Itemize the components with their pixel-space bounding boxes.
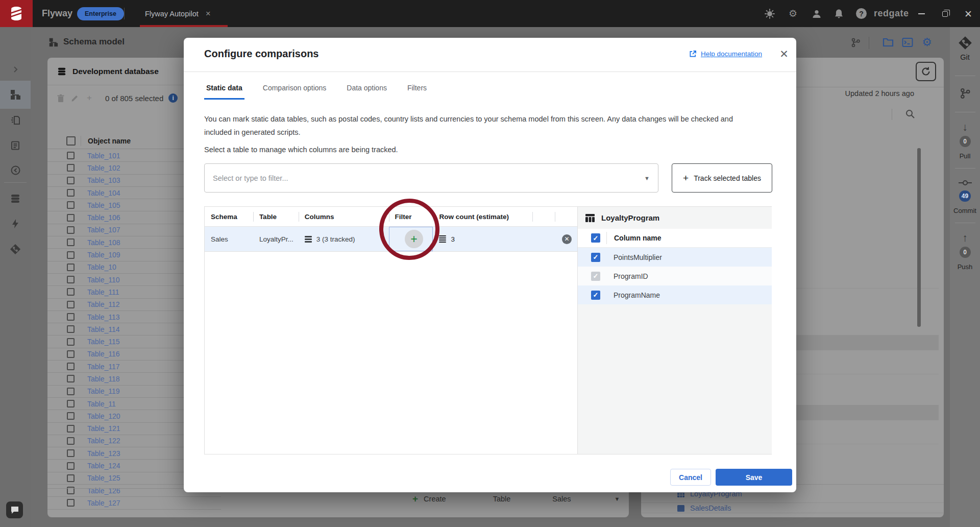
row-checkbox[interactable]: [67, 288, 75, 296]
row-checkbox[interactable]: [67, 238, 75, 246]
tab-comparison-options[interactable]: Comparison options: [261, 80, 329, 100]
row-checkbox[interactable]: [67, 152, 75, 159]
track-selected-tables-button[interactable]: + Track selected tables: [672, 163, 772, 193]
row-checkbox[interactable]: [67, 437, 75, 445]
object-link[interactable]: Table_10: [87, 263, 116, 271]
tab-data-options[interactable]: Data options: [345, 80, 389, 100]
object-link[interactable]: Table_119: [87, 387, 120, 395]
column-row[interactable]: ✓ ProgramID: [578, 267, 772, 285]
sidebar-expand-chevron-icon[interactable]: [0, 57, 31, 82]
object-link[interactable]: Table_101: [87, 152, 120, 160]
row-checkbox[interactable]: [67, 449, 75, 457]
sidebar-item-schema-model[interactable]: [0, 82, 31, 107]
chevron-down-icon[interactable]: ▼: [615, 496, 620, 502]
create-schema-value[interactable]: Sales: [552, 495, 571, 503]
window-restore-icon[interactable]: [939, 8, 950, 19]
object-link[interactable]: Table_106: [87, 213, 120, 222]
pull-arrow-icon[interactable]: ↓: [962, 122, 968, 132]
object-link[interactable]: Table_11: [87, 400, 116, 408]
create-plus-icon[interactable]: +: [412, 493, 418, 505]
object-link[interactable]: Table_111: [87, 288, 119, 296]
row-checkbox[interactable]: [67, 264, 75, 271]
row-checkbox[interactable]: [67, 363, 75, 370]
table-link[interactable]: SalesDetails: [690, 504, 731, 512]
tab-static-data[interactable]: Static data: [204, 80, 244, 100]
object-link[interactable]: Table_124: [87, 462, 120, 470]
sidebar-item-git[interactable]: [0, 236, 31, 262]
account-icon[interactable]: [811, 8, 822, 19]
tab-flyway-autopilot[interactable]: Flyway Autopilot ×: [137, 0, 219, 27]
save-button[interactable]: Save: [716, 469, 792, 486]
add-icon[interactable]: +: [85, 93, 94, 103]
object-link[interactable]: Table_108: [87, 238, 120, 247]
object-link[interactable]: Table_113: [87, 313, 120, 321]
table-filter-select[interactable]: ▼: [204, 163, 658, 193]
column-row[interactable]: ✓ PointsMultiplier: [578, 248, 772, 267]
object-link[interactable]: Table_104: [87, 189, 120, 197]
dialog-close-icon[interactable]: ✕: [777, 47, 791, 61]
branch-icon[interactable]: [849, 36, 862, 49]
row-checkbox[interactable]: [67, 425, 75, 433]
select-all-columns-checkbox[interactable]: ✓: [591, 233, 600, 243]
row-checkbox[interactable]: [67, 338, 75, 346]
feedback-chat-button[interactable]: [6, 501, 23, 518]
commit-icon[interactable]: [959, 179, 972, 187]
object-link[interactable]: Table_105: [87, 201, 120, 209]
filter-input[interactable]: [213, 164, 642, 192]
row-checkbox[interactable]: [67, 214, 75, 222]
sidebar-item-history[interactable]: [0, 157, 31, 183]
row-checkbox[interactable]: [67, 164, 75, 172]
scrollbar-thumb[interactable]: [917, 148, 921, 327]
pull-label[interactable]: Pull: [960, 152, 971, 160]
row-checkbox[interactable]: [67, 251, 75, 259]
create-type-value[interactable]: Table: [493, 495, 511, 503]
push-arrow-icon[interactable]: ↑: [962, 232, 968, 243]
select-all-checkbox[interactable]: [66, 136, 76, 146]
chevron-down-icon[interactable]: ▼: [644, 175, 650, 181]
object-link[interactable]: Table_107: [87, 226, 120, 234]
row-checkbox[interactable]: [67, 350, 75, 358]
help-documentation-link[interactable]: Help documentation: [689, 50, 762, 58]
row-checkbox[interactable]: [67, 375, 75, 382]
delete-icon[interactable]: [56, 93, 65, 103]
object-link[interactable]: Table_116: [87, 350, 120, 358]
row-checkbox[interactable]: [67, 189, 75, 197]
row-checkbox[interactable]: [67, 201, 75, 209]
object-link[interactable]: Table_122: [87, 437, 120, 445]
search-icon[interactable]: [905, 109, 915, 119]
settings-gear-icon[interactable]: ⚙: [921, 36, 933, 49]
row-checkbox[interactable]: [67, 226, 75, 234]
row-checkbox[interactable]: [67, 462, 75, 470]
commit-label[interactable]: Commit: [953, 207, 976, 214]
object-link[interactable]: Table_114: [87, 325, 120, 333]
object-link[interactable]: Table_115: [87, 338, 120, 346]
sidebar-item-actions[interactable]: [0, 211, 31, 236]
list-item[interactable]: SalesDetails: [641, 503, 944, 513]
object-link[interactable]: Table_118: [87, 375, 120, 383]
remove-circle-x-icon[interactable]: ✕: [562, 234, 572, 244]
object-link[interactable]: Table_109: [87, 251, 120, 259]
object-link[interactable]: Table_121: [87, 424, 120, 433]
cell-columns[interactable]: 3 (3 tracked): [299, 227, 389, 251]
row-checkbox[interactable]: [67, 412, 75, 420]
object-link[interactable]: Table_102: [87, 164, 120, 172]
row-checkbox[interactable]: [67, 276, 75, 283]
object-link[interactable]: Table_123: [87, 449, 120, 458]
row-checkbox[interactable]: [67, 400, 75, 408]
create-button[interactable]: Create: [424, 495, 446, 503]
terminal-icon[interactable]: [901, 36, 914, 49]
cell-filter[interactable]: +: [389, 227, 433, 251]
tracked-table-row[interactable]: Sales LoyaltyPr... 3 (3 tracked) + 3 ✕: [205, 227, 577, 252]
window-minimize-icon[interactable]: [916, 8, 927, 19]
object-link[interactable]: Table_110: [87, 276, 120, 284]
row-checkbox[interactable]: [67, 177, 75, 184]
object-link[interactable]: Table_117: [87, 363, 120, 371]
cell-remove[interactable]: ✕: [555, 227, 577, 251]
push-label[interactable]: Push: [958, 263, 973, 271]
object-link[interactable]: Table_125: [87, 474, 120, 482]
settings-gear-icon[interactable]: ⚙: [787, 8, 799, 19]
folder-icon[interactable]: [882, 36, 894, 49]
sidebar-item-report[interactable]: [0, 133, 31, 158]
row-checkbox[interactable]: [67, 301, 75, 308]
refresh-button[interactable]: [916, 62, 936, 81]
